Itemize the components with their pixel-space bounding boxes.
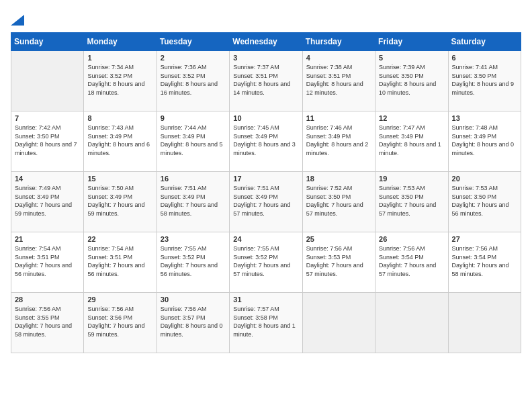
- cell-content: Sunrise: 7:51 AMSunset: 3:49 PMDaylight:…: [233, 184, 298, 218]
- day-number: 1: [87, 54, 152, 62]
- cell-content: Sunrise: 7:50 AMSunset: 3:49 PMDaylight:…: [87, 184, 152, 218]
- cell-content: Sunrise: 7:42 AMSunset: 3:50 PMDaylight:…: [15, 124, 80, 157]
- calendar-cell: 18Sunrise: 7:52 AMSunset: 3:50 PMDayligh…: [302, 172, 375, 232]
- day-number: 2: [161, 54, 226, 62]
- cell-content: Sunrise: 7:56 AMSunset: 3:54 PMDaylight:…: [452, 244, 517, 278]
- header-day: Saturday: [448, 33, 521, 51]
- day-number: 30: [161, 295, 226, 304]
- cell-content: Sunrise: 7:56 AMSunset: 3:54 PMDaylight:…: [379, 244, 444, 278]
- calendar-cell: 5Sunrise: 7:39 AMSunset: 3:50 PMDaylight…: [375, 51, 448, 111]
- calendar-week: 28Sunrise: 7:56 AMSunset: 3:55 PMDayligh…: [11, 293, 521, 353]
- calendar-cell: 29Sunrise: 7:56 AMSunset: 3:56 PMDayligh…: [84, 293, 157, 353]
- calendar-cell: 9Sunrise: 7:44 AMSunset: 3:49 PMDaylight…: [157, 111, 229, 172]
- day-number: 23: [161, 235, 226, 243]
- header-day: Thursday: [302, 33, 375, 51]
- page-header: [11, 11, 521, 26]
- calendar-cell: 25Sunrise: 7:56 AMSunset: 3:53 PMDayligh…: [302, 232, 375, 293]
- calendar-cell: 27Sunrise: 7:56 AMSunset: 3:54 PMDayligh…: [448, 232, 521, 293]
- day-number: 25: [306, 235, 371, 243]
- calendar-week: 7Sunrise: 7:42 AMSunset: 3:50 PMDaylight…: [11, 111, 521, 172]
- calendar-week: 21Sunrise: 7:54 AMSunset: 3:51 PMDayligh…: [11, 232, 521, 293]
- cell-content: Sunrise: 7:57 AMSunset: 3:58 PMDaylight:…: [233, 305, 298, 338]
- calendar-cell: 24Sunrise: 7:55 AMSunset: 3:52 PMDayligh…: [230, 232, 302, 293]
- logo-icon: [11, 15, 24, 26]
- cell-content: Sunrise: 7:47 AMSunset: 3:49 PMDaylight:…: [379, 124, 444, 157]
- header-day: Monday: [84, 33, 157, 51]
- header-row: SundayMondayTuesdayWednesdayThursdayFrid…: [11, 33, 521, 51]
- svg-marker-0: [11, 15, 24, 26]
- calendar-week: 14Sunrise: 7:49 AMSunset: 3:49 PMDayligh…: [11, 172, 521, 232]
- day-number: 18: [306, 175, 371, 183]
- day-number: 14: [15, 175, 80, 183]
- cell-content: Sunrise: 7:46 AMSunset: 3:49 PMDaylight:…: [306, 124, 371, 157]
- cell-content: Sunrise: 7:56 AMSunset: 3:56 PMDaylight:…: [87, 305, 152, 338]
- day-number: 4: [306, 54, 371, 62]
- calendar-cell: 7Sunrise: 7:42 AMSunset: 3:50 PMDaylight…: [11, 111, 84, 172]
- calendar-cell: 20Sunrise: 7:53 AMSunset: 3:50 PMDayligh…: [448, 172, 521, 232]
- calendar-cell: 10Sunrise: 7:45 AMSunset: 3:49 PMDayligh…: [230, 111, 302, 172]
- calendar-cell: 16Sunrise: 7:51 AMSunset: 3:49 PMDayligh…: [157, 172, 229, 232]
- day-number: 9: [161, 114, 226, 122]
- cell-content: Sunrise: 7:53 AMSunset: 3:50 PMDaylight:…: [452, 184, 517, 218]
- day-number: 11: [306, 114, 371, 122]
- day-number: 6: [452, 54, 517, 62]
- day-number: 7: [15, 114, 80, 122]
- logo: [11, 11, 24, 26]
- cell-content: Sunrise: 7:56 AMSunset: 3:55 PMDaylight:…: [15, 305, 80, 338]
- cell-content: Sunrise: 7:48 AMSunset: 3:49 PMDaylight:…: [452, 124, 517, 157]
- day-number: 24: [233, 235, 298, 243]
- calendar-cell: [11, 51, 84, 111]
- cell-content: Sunrise: 7:34 AMSunset: 3:52 PMDaylight:…: [87, 63, 152, 97]
- cell-content: Sunrise: 7:56 AMSunset: 3:57 PMDaylight:…: [161, 305, 226, 338]
- day-number: 8: [87, 114, 152, 122]
- cell-content: Sunrise: 7:43 AMSunset: 3:49 PMDaylight:…: [87, 124, 152, 157]
- calendar-cell: 12Sunrise: 7:47 AMSunset: 3:49 PMDayligh…: [375, 111, 448, 172]
- cell-content: Sunrise: 7:49 AMSunset: 3:49 PMDaylight:…: [15, 184, 80, 218]
- calendar-week: 1Sunrise: 7:34 AMSunset: 3:52 PMDaylight…: [11, 51, 521, 111]
- calendar-cell: [375, 293, 448, 353]
- cell-content: Sunrise: 7:37 AMSunset: 3:51 PMDaylight:…: [233, 63, 298, 97]
- day-number: 29: [87, 295, 152, 304]
- day-number: 5: [379, 54, 444, 62]
- day-number: 19: [379, 175, 444, 183]
- calendar-cell: [302, 293, 375, 353]
- cell-content: Sunrise: 7:53 AMSunset: 3:50 PMDaylight:…: [379, 184, 444, 218]
- day-number: 26: [379, 235, 444, 243]
- cell-content: Sunrise: 7:55 AMSunset: 3:52 PMDaylight:…: [161, 244, 226, 278]
- header-day: Wednesday: [230, 33, 302, 51]
- calendar-cell: 23Sunrise: 7:55 AMSunset: 3:52 PMDayligh…: [157, 232, 229, 293]
- calendar-cell: 6Sunrise: 7:41 AMSunset: 3:50 PMDaylight…: [448, 51, 521, 111]
- header-day: Friday: [375, 33, 448, 51]
- day-number: 28: [15, 295, 80, 304]
- day-number: 31: [233, 295, 298, 304]
- calendar-cell: 26Sunrise: 7:56 AMSunset: 3:54 PMDayligh…: [375, 232, 448, 293]
- day-number: 12: [379, 114, 444, 122]
- calendar-cell: 28Sunrise: 7:56 AMSunset: 3:55 PMDayligh…: [11, 293, 84, 353]
- cell-content: Sunrise: 7:36 AMSunset: 3:52 PMDaylight:…: [161, 63, 226, 97]
- calendar-cell: 19Sunrise: 7:53 AMSunset: 3:50 PMDayligh…: [375, 172, 448, 232]
- day-number: 22: [87, 235, 152, 243]
- calendar-cell: 3Sunrise: 7:37 AMSunset: 3:51 PMDaylight…: [230, 51, 302, 111]
- calendar-table: SundayMondayTuesdayWednesdayThursdayFrid…: [11, 32, 521, 353]
- calendar-cell: 21Sunrise: 7:54 AMSunset: 3:51 PMDayligh…: [11, 232, 84, 293]
- day-number: 16: [161, 175, 226, 183]
- cell-content: Sunrise: 7:38 AMSunset: 3:51 PMDaylight:…: [306, 63, 371, 97]
- calendar-cell: 8Sunrise: 7:43 AMSunset: 3:49 PMDaylight…: [84, 111, 157, 172]
- cell-content: Sunrise: 7:45 AMSunset: 3:49 PMDaylight:…: [233, 124, 298, 157]
- calendar-cell: 13Sunrise: 7:48 AMSunset: 3:49 PMDayligh…: [448, 111, 521, 172]
- day-number: 10: [233, 114, 298, 122]
- cell-content: Sunrise: 7:54 AMSunset: 3:51 PMDaylight:…: [87, 244, 152, 278]
- logo-text: [11, 11, 24, 28]
- day-number: 17: [233, 175, 298, 183]
- cell-content: Sunrise: 7:52 AMSunset: 3:50 PMDaylight:…: [306, 184, 371, 218]
- cell-content: Sunrise: 7:56 AMSunset: 3:53 PMDaylight:…: [306, 244, 371, 278]
- calendar-cell: 1Sunrise: 7:34 AMSunset: 3:52 PMDaylight…: [84, 51, 157, 111]
- day-number: 13: [452, 114, 517, 122]
- calendar-cell: 31Sunrise: 7:57 AMSunset: 3:58 PMDayligh…: [230, 293, 302, 353]
- cell-content: Sunrise: 7:39 AMSunset: 3:50 PMDaylight:…: [379, 63, 444, 97]
- header-day: Sunday: [11, 33, 84, 51]
- calendar-cell: 30Sunrise: 7:56 AMSunset: 3:57 PMDayligh…: [157, 293, 229, 353]
- cell-content: Sunrise: 7:55 AMSunset: 3:52 PMDaylight:…: [233, 244, 298, 278]
- day-number: 20: [452, 175, 517, 183]
- day-number: 15: [87, 175, 152, 183]
